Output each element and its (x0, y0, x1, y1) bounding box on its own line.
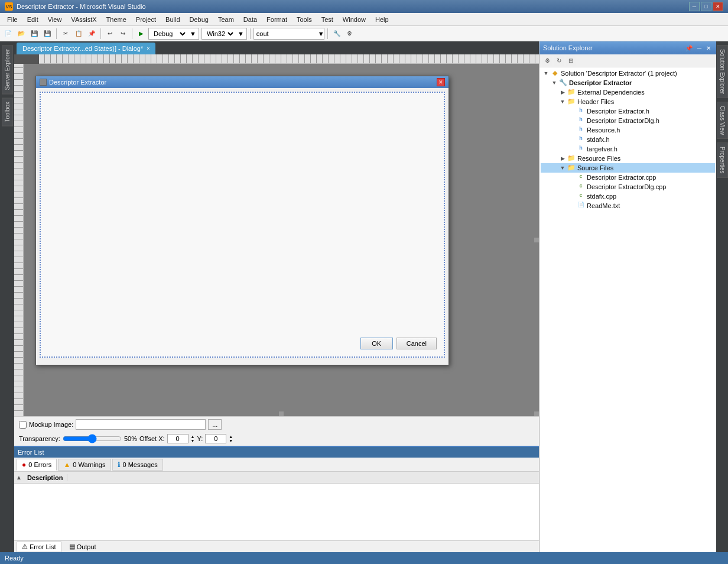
menu-tools[interactable]: Tools (292, 15, 317, 24)
menu-theme[interactable]: Theme (102, 15, 131, 24)
se-refresh-button[interactable]: ↻ (554, 56, 564, 66)
active-tab[interactable]: Descriptor Extractor...ed States)] - Dia… (17, 43, 155, 54)
offset-x-down[interactable]: ▼ (191, 439, 195, 443)
properties-tab[interactable]: Properties (717, 142, 728, 178)
tab-close-button[interactable]: × (147, 46, 150, 51)
se-collapse-button[interactable]: ⊟ (566, 56, 576, 66)
header-files-arrow[interactable]: ▼ (558, 99, 567, 105)
offset-y-up[interactable]: ▲ (229, 435, 233, 439)
menu-edit[interactable]: Edit (22, 15, 43, 24)
search-input[interactable] (256, 30, 316, 37)
debug-config-dropdown[interactable]: Debug Release ▼ (148, 28, 199, 40)
toolbar-copy[interactable]: 📋 (73, 28, 84, 40)
expand-button[interactable]: ▲ (14, 473, 24, 482)
se-pin-button[interactable]: 📌 (684, 45, 694, 51)
menu-debug[interactable]: Debug (185, 15, 213, 24)
toolbar-open[interactable]: 📂 (15, 28, 27, 40)
output-tab[interactable]: ▤ Output (64, 542, 102, 552)
dialog-body[interactable]: OK Cancel (40, 92, 445, 358)
mockup-checkbox[interactable] (19, 421, 27, 429)
resize-handle-right[interactable] (534, 238, 539, 242)
tree-descriptor-h[interactable]: ▶ h Descriptor Extractor.h (541, 106, 715, 116)
tree-descriptordlg-h[interactable]: ▶ h Descriptor ExtractorDlg.h (541, 116, 715, 125)
class-view-tab[interactable]: Class View (717, 102, 728, 139)
restore-button[interactable]: □ (701, 2, 711, 11)
offset-y-down[interactable]: ▼ (229, 439, 233, 443)
server-explorer-tab[interactable]: Server Explorer (2, 45, 13, 94)
offset-x-arrows[interactable]: ▲ ▼ (191, 435, 195, 443)
toolbar-cut[interactable]: ✂ (60, 28, 72, 40)
menu-help[interactable]: Help (370, 15, 394, 24)
debug-config-select[interactable]: Debug Release (151, 30, 187, 38)
minimize-button[interactable]: ─ (689, 2, 700, 11)
offset-y-arrows[interactable]: ▲ ▼ (229, 435, 233, 443)
close-button[interactable]: ✕ (713, 2, 723, 11)
toolbar-extra-2[interactable]: ⚙ (344, 28, 356, 40)
cancel-button[interactable]: Cancel (396, 338, 437, 349)
tree-source-files[interactable]: ▼ 📁 Source Files (541, 163, 715, 173)
menu-team[interactable]: Team (213, 15, 239, 24)
tree-solution[interactable]: ▼ ◆ Solution 'Descriptor Extractor' (1 p… (541, 69, 715, 78)
tree-resource-files[interactable]: ▶ 📁 Resource Files (541, 154, 715, 163)
menu-file[interactable]: File (2, 15, 22, 24)
toolbar-run[interactable]: ▶ (135, 28, 147, 40)
external-deps-arrow[interactable]: ▶ (558, 89, 567, 95)
resize-handle-corner[interactable] (534, 411, 539, 416)
toolbar-new[interactable]: 📄 (2, 28, 14, 40)
tree-project[interactable]: ▼ 🔧 Descriptor Extractor (541, 78, 715, 87)
messages-tab[interactable]: ℹ 0 Messages (112, 459, 163, 471)
tree-targetver-h[interactable]: ▶ h targetver.h (541, 144, 715, 154)
title-controls[interactable]: ─ □ ✕ (689, 2, 723, 11)
solution-arrow[interactable]: ▼ (542, 70, 550, 76)
menu-view[interactable]: View (43, 15, 67, 24)
menu-vassistx[interactable]: VAssistX (66, 15, 101, 24)
se-close-button[interactable]: ✕ (704, 45, 713, 51)
se-properties-button[interactable]: ⚙ (542, 56, 552, 66)
tree-stdafx-h[interactable]: ▶ h stdafx.h (541, 135, 715, 144)
tree-external-deps[interactable]: ▶ 📁 External Dependencies (541, 87, 715, 97)
tree-stdafx-cpp[interactable]: ▶ c stdafx.cpp (541, 192, 715, 201)
offset-x-up[interactable]: ▲ (191, 435, 195, 439)
resource-files-arrow[interactable]: ▶ (558, 155, 567, 161)
platform-select[interactable]: Win32 x64 (204, 30, 235, 38)
se-minimize-button[interactable]: ─ (696, 45, 703, 51)
menu-data[interactable]: Data (239, 15, 262, 24)
tree-resource-h[interactable]: ▶ h Resource.h (541, 125, 715, 135)
tree-header-files[interactable]: ▼ 📁 Header Files (541, 97, 715, 106)
browse-button[interactable]: ... (208, 419, 222, 430)
project-arrow[interactable]: ▼ (550, 80, 558, 86)
toolbar-save[interactable]: 💾 (28, 28, 40, 40)
dialog-close-button[interactable]: ✕ (437, 78, 445, 86)
menu-test[interactable]: Test (317, 15, 338, 24)
solution-explorer-side-tab[interactable]: Solution Explorer (717, 45, 728, 98)
toolbar-redo[interactable]: ↪ (117, 28, 129, 40)
error-panel-header: Error List (14, 447, 539, 458)
toolbar-extra-1[interactable]: 🔧 (331, 28, 343, 40)
offset-x-spinbox[interactable] (167, 434, 188, 443)
tree-descriptor-cpp[interactable]: ▶ c Descriptor Extractor.cpp (541, 173, 715, 182)
offset-y-spinbox[interactable] (205, 434, 226, 443)
toolbar-undo[interactable]: ↩ (104, 28, 116, 40)
search-dropdown[interactable]: ▼ (254, 28, 324, 40)
offset-y-label: Y: (197, 435, 203, 442)
menu-project[interactable]: Project (131, 15, 161, 24)
platform-dropdown[interactable]: Win32 x64 ▼ (202, 28, 247, 40)
stdafx-cpp-label: stdafx.cpp (587, 193, 616, 200)
source-files-arrow[interactable]: ▼ (558, 165, 567, 171)
error-list-tab[interactable]: ⚠ Error List (17, 542, 61, 552)
mockup-input[interactable] (76, 419, 206, 430)
menu-window[interactable]: Window (338, 15, 370, 24)
transparency-slider[interactable] (63, 435, 122, 442)
warnings-tab[interactable]: ▲ 0 Warnings (58, 459, 110, 471)
canvas-wrapper[interactable]: Descriptor Extractor ✕ OK Cancel (24, 64, 539, 416)
tree-readme-txt[interactable]: ▶ 📄 ReadMe.txt (541, 201, 715, 210)
toolbar-save-all[interactable]: 💾 (41, 28, 53, 40)
toolbar-paste[interactable]: 📌 (86, 28, 98, 40)
menu-format[interactable]: Format (262, 15, 292, 24)
tree-descriptordlg-cpp[interactable]: ▶ c Descriptor ExtractorDlg.cpp (541, 182, 715, 192)
resize-handle-bottom[interactable] (279, 411, 284, 416)
toolbox-tab[interactable]: Toolbox (2, 98, 13, 126)
errors-tab[interactable]: ● 0 Errors (17, 459, 57, 471)
ok-button[interactable]: OK (360, 338, 393, 349)
menu-build[interactable]: Build (161, 15, 184, 24)
